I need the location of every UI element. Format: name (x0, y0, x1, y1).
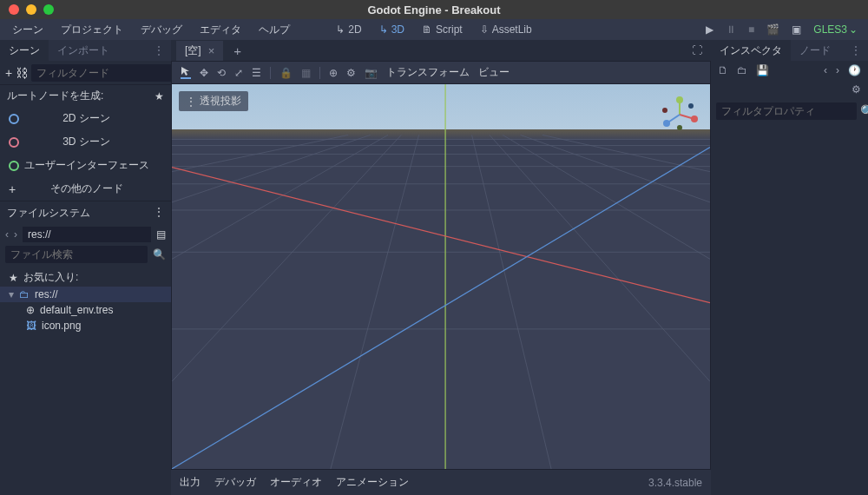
svg-line-14 (503, 135, 710, 259)
lock-icon[interactable]: 🔒 (279, 67, 293, 79)
root-other[interactable]: +その他のノード (0, 177, 171, 201)
view-menu[interactable]: ビュー (478, 65, 510, 80)
select-tool-icon[interactable] (181, 66, 191, 79)
chevron-down-icon: ⌄ (849, 23, 858, 36)
inspector-dots-icon[interactable]: ⋮ (851, 44, 861, 56)
root-2d-scene[interactable]: 2D シーン (0, 107, 171, 130)
fs-root-row[interactable]: ▾🗀res:// (0, 287, 171, 302)
scale-tool-icon[interactable]: ⤢ (234, 67, 243, 79)
mode-assetlib[interactable]: ⇩AssetLib (477, 22, 536, 37)
history-fwd-icon[interactable]: › (836, 64, 839, 76)
svg-point-29 (688, 103, 694, 109)
list-tool-icon[interactable]: ☰ (252, 67, 261, 79)
root-3d-scene[interactable]: 3D シーン (0, 130, 171, 154)
expand-icon[interactable]: ⛶ (692, 44, 702, 56)
close-tab-icon[interactable]: × (208, 44, 215, 57)
menu-debug[interactable]: デバッグ (134, 20, 189, 40)
star-icon: ★ (9, 272, 18, 284)
filesystem-dots-icon[interactable]: ⋮ (154, 206, 164, 221)
svg-line-9 (172, 135, 401, 381)
snap-config-icon[interactable]: ⚙ (346, 67, 356, 79)
inspector-search-icon[interactable]: 🔍 (860, 104, 868, 118)
svg-point-25 (691, 116, 698, 122)
svg-point-27 (677, 125, 682, 130)
orientation-gizmo[interactable] (658, 93, 701, 136)
scene-filter-input[interactable] (31, 64, 172, 82)
collapse-icon: ▾ (9, 288, 14, 300)
play-custom-icon[interactable]: ▣ (792, 23, 801, 36)
new-resource-icon[interactable]: 🗋 (718, 64, 728, 76)
file-icon-png[interactable]: 🖼icon.png (0, 318, 171, 333)
extra-tools-icon[interactable]: ⚙ (852, 83, 861, 96)
dots-icon: ⋮ (186, 96, 196, 108)
tab-scene[interactable]: シーン (0, 40, 49, 62)
menu-project[interactable]: プロジェクト (54, 20, 130, 40)
svg-line-15 (520, 135, 710, 202)
mode-script[interactable]: 🗎Script (418, 22, 466, 37)
svg-point-24 (676, 96, 683, 103)
maximize-window-icon[interactable] (43, 4, 54, 15)
svg-line-8 (331, 135, 419, 469)
3d-viewport[interactable]: ⋮透視投影 (171, 83, 711, 470)
assetlib-icon: ⇩ (480, 23, 489, 36)
script-icon: 🗎 (422, 23, 432, 36)
rotate-tool-icon[interactable]: ⟲ (217, 67, 226, 79)
stop-icon[interactable]: ■ (748, 23, 754, 36)
viewport-toolbar: ✥ ⟲ ⤢ ☰ 🔒 ▦ ⊕ ⚙ 📷 トランスフォーム ビュー (171, 61, 711, 83)
left-panel: シーン インポート ⋮ + ⛓ 🔍 ルートノードを生成: ★ 2D シーン 3D… (0, 40, 171, 495)
svg-line-12 (472, 135, 551, 469)
open-resource-icon[interactable]: 🗀 (737, 64, 747, 76)
play-scene-icon[interactable]: 🎬 (766, 23, 779, 36)
center-panel: [空]× + ⛶ ✥ ⟲ ⤢ ☰ 🔒 ▦ ⊕ ⚙ 📷 トランスフォーム ビュー (171, 40, 711, 495)
favorites-row[interactable]: ★お気に入り: (0, 268, 171, 287)
minimize-window-icon[interactable] (26, 4, 36, 15)
favorite-icon[interactable]: ★ (155, 90, 164, 102)
fs-search-icon[interactable]: 🔍 (153, 248, 166, 261)
mode-2d[interactable]: ↳2D (332, 22, 365, 37)
add-node-icon[interactable]: + (5, 66, 12, 80)
nav-back-icon[interactable]: ‹ (5, 228, 9, 241)
save-resource-icon[interactable]: 💾 (756, 64, 769, 76)
menu-scene[interactable]: シーン (5, 20, 50, 40)
tab-debugger[interactable]: デバッガ (214, 475, 256, 490)
move-tool-icon[interactable]: ✥ (200, 67, 208, 79)
scene-tab-empty[interactable]: [空]× (176, 41, 223, 61)
scene-dots-icon[interactable]: ⋮ (154, 44, 164, 56)
image-file-icon: 🖼 (26, 320, 36, 332)
tab-inspector[interactable]: インスペクタ (711, 40, 791, 62)
link-icon[interactable]: ⛓ (16, 66, 28, 80)
svg-point-28 (662, 108, 667, 113)
close-window-icon[interactable] (9, 4, 19, 15)
snap-icon[interactable]: ⊕ (329, 67, 338, 79)
menu-help[interactable]: ヘルプ (252, 20, 297, 40)
folder-icon: 🗀 (19, 288, 30, 300)
tab-animation[interactable]: アニメーション (336, 475, 409, 490)
history-back-icon[interactable]: ‹ (824, 64, 827, 76)
inspector-filter-input[interactable] (716, 102, 857, 120)
transform-menu[interactable]: トランスフォーム (386, 65, 470, 80)
tab-audio[interactable]: オーディオ (270, 475, 322, 490)
tab-import[interactable]: インポート (49, 40, 118, 62)
perspective-button[interactable]: ⋮透視投影 (179, 91, 248, 111)
camera-icon[interactable]: 📷 (365, 67, 378, 79)
mode-3d[interactable]: ↳3D (376, 22, 408, 37)
fs-view-icon[interactable]: ▤ (156, 228, 166, 241)
svg-line-19 (172, 168, 710, 303)
play-icon[interactable]: ▶ (706, 23, 713, 36)
root-ui[interactable]: ユーザーインターフェース (0, 154, 171, 177)
pause-icon[interactable]: ⏸ (726, 23, 736, 36)
tab-output[interactable]: 出力 (180, 475, 201, 490)
group-icon[interactable]: ▦ (301, 67, 311, 79)
2d-icon: ↳ (336, 23, 345, 36)
titlebar: Godot Engine - Breakout (0, 0, 868, 19)
fs-path[interactable]: res:// (23, 227, 151, 242)
new-tab-icon[interactable]: + (227, 43, 248, 58)
filesystem-title: ファイルシステム (7, 206, 90, 221)
tab-node[interactable]: ノード (791, 40, 839, 62)
nav-fwd-icon[interactable]: › (14, 228, 17, 241)
file-env[interactable]: ⊕default_env.tres (0, 302, 171, 318)
fs-search-input[interactable] (5, 246, 148, 263)
history-icon[interactable]: 🕐 (848, 64, 861, 76)
menu-editor[interactable]: エディタ (193, 20, 248, 40)
renderer-selector[interactable]: GLES3⌄ (813, 23, 858, 36)
